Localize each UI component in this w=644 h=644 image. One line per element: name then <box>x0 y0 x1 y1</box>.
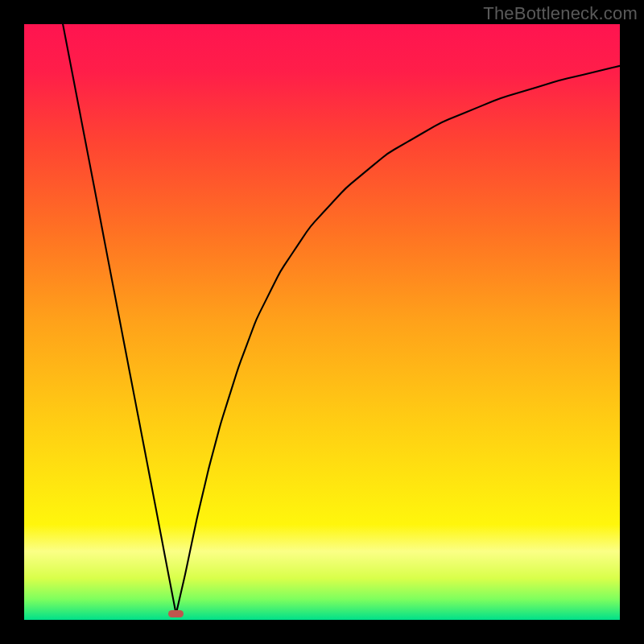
chart-canvas <box>24 24 620 620</box>
minimum-marker <box>168 610 184 618</box>
attribution-text: TheBottleneck.com <box>483 3 638 24</box>
gradient-background <box>24 24 620 620</box>
chart-frame: TheBottleneck.com <box>0 0 644 644</box>
plot-area <box>24 24 620 620</box>
